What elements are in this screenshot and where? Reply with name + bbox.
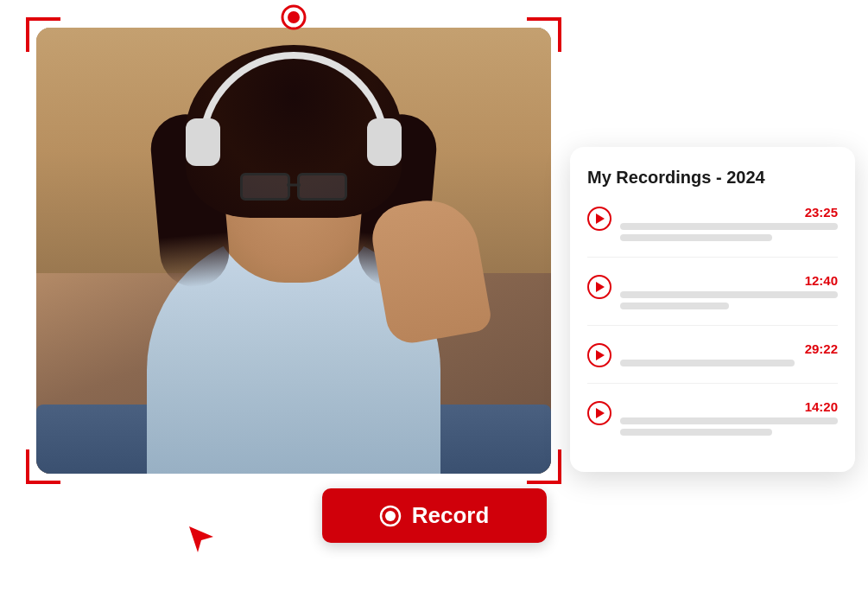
recording-lines-2 [620, 291, 838, 309]
play-triangle-3 [596, 350, 605, 360]
recording-time-1: 23:25 [805, 205, 838, 220]
recording-info-3: 29:22 [620, 341, 838, 366]
glasses-lens-left [240, 173, 290, 201]
recording-time-2: 12:40 [805, 273, 838, 288]
record-indicator-dot [280, 3, 307, 31]
play-button-1[interactable] [587, 207, 611, 231]
recording-line-3a [620, 360, 795, 366]
recording-line-1b [620, 234, 772, 241]
play-triangle-1 [596, 213, 605, 224]
recording-line-4a [620, 417, 838, 424]
svg-point-1 [288, 11, 300, 23]
recording-item: 14:20 [587, 399, 838, 451]
play-triangle-2 [596, 282, 605, 292]
video-area [36, 28, 551, 474]
recording-line-2a [620, 291, 838, 298]
camera-frame [26, 17, 561, 484]
headphone-right-cup [367, 118, 402, 166]
recording-lines-3 [620, 360, 838, 366]
person-visual [36, 28, 551, 474]
recording-item: 12:40 [587, 273, 838, 326]
recording-info-1: 23:25 [620, 205, 838, 241]
recording-lines-4 [620, 417, 838, 436]
recording-item: 23:25 [587, 205, 838, 258]
recordings-title: My Recordings - 2024 [587, 168, 838, 188]
recording-line-4b [620, 429, 772, 436]
play-button-3[interactable] [587, 343, 611, 367]
recording-time-4: 14:20 [805, 399, 838, 414]
recording-time-3: 29:22 [805, 341, 838, 356]
record-button[interactable]: Record [322, 488, 547, 543]
svg-point-3 [385, 511, 396, 521]
recording-line-1a [620, 223, 838, 230]
recording-item: 29:22 [587, 341, 838, 384]
record-label: Record [412, 502, 490, 529]
glasses [240, 173, 347, 201]
scene: Record My Recordings - 2024 23:25 [0, 0, 868, 599]
play-button-4[interactable] [587, 401, 611, 425]
headphone-left-cup [186, 118, 220, 166]
decorative-cursor-icon [186, 523, 217, 564]
recording-line-2b [620, 303, 729, 309]
recording-lines-1 [620, 223, 838, 241]
glasses-lens-right [297, 173, 347, 201]
recording-info-2: 12:40 [620, 273, 838, 309]
record-button-icon [379, 505, 402, 527]
play-button-2[interactable] [587, 275, 611, 299]
play-triangle-4 [596, 408, 605, 418]
recording-info-4: 14:20 [620, 399, 838, 436]
recordings-panel: My Recordings - 2024 23:25 [570, 147, 855, 472]
glasses-bridge [287, 184, 301, 187]
